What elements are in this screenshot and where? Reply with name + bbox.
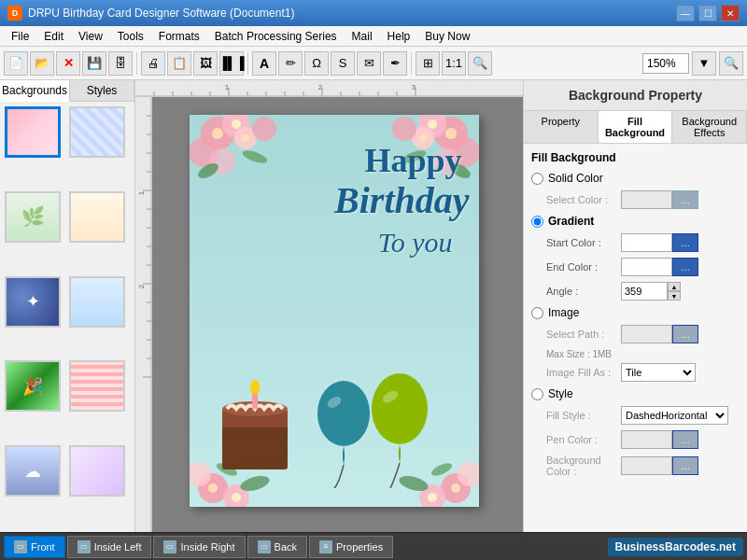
ratio-button[interactable]: 1:1 (442, 51, 466, 76)
svg-point-55 (392, 117, 416, 141)
bg-thumb-4[interactable] (69, 191, 125, 243)
symbol-button[interactable]: Ω (304, 51, 329, 76)
menu-mail[interactable]: Mail (345, 28, 380, 45)
svg-rect-75 (222, 423, 288, 469)
style-radio[interactable] (531, 388, 543, 400)
svg-point-57 (428, 119, 437, 129)
tab-property[interactable]: Property (524, 111, 599, 143)
preview-button[interactable]: 📋 (167, 51, 191, 76)
title-bar: D DRPU Birthday Card Designer Software (… (0, 0, 747, 26)
svg-point-45 (212, 128, 223, 139)
solid-color-radio[interactable] (531, 173, 543, 185)
minimize-button[interactable]: — (676, 5, 695, 21)
saveas-button[interactable]: 🗄 (108, 51, 133, 76)
mail-button[interactable]: ✉ (357, 51, 381, 76)
bg-thumb-1[interactable] (5, 106, 61, 158)
new-button[interactable]: 📄 (4, 51, 28, 76)
angle-down-button[interactable]: ▼ (668, 291, 681, 301)
pen-color-label: Pen Color : (546, 434, 621, 445)
toolbar: 📄 📂 ✕ 💾 🗄 🖨 📋 🖼 ▐▌▐ A ✏ Ω S ✉ ✒ ⊞ 1:1 🔍 … (0, 47, 747, 80)
bg-thumb-3[interactable]: 🌿 (5, 191, 61, 243)
menu-buynow[interactable]: Buy Now (417, 28, 477, 45)
end-color-input[interactable] (621, 258, 672, 276)
card-canvas: Happy Birthday To you (190, 115, 479, 507)
close-button[interactable]: ✕ (721, 5, 740, 21)
arc-text-button[interactable]: ✏ (278, 51, 303, 76)
svg-point-80 (317, 381, 370, 446)
inside-left-icon: ▭ (78, 540, 91, 553)
tab-backgrounds[interactable]: Backgrounds (0, 80, 70, 102)
start-color-browse[interactable]: … (672, 233, 698, 252)
fill-style-select: DashedHorizontal (621, 406, 728, 425)
tab-fill-background[interactable]: Fill Background (599, 111, 673, 143)
canvas-area[interactable]: 1 2 3 1 2 (135, 80, 523, 532)
image-button[interactable]: 🖼 (193, 51, 218, 76)
svg-point-65 (232, 493, 241, 502)
maximize-button[interactable]: ☐ (698, 5, 717, 21)
close-doc-button[interactable]: ✕ (56, 51, 80, 76)
menu-help[interactable]: Help (380, 28, 418, 45)
bottom-bar: ▭ Front ▭ Inside Left ▭ Inside Right ▭ B… (0, 532, 747, 560)
open-button[interactable]: 📂 (30, 51, 54, 76)
menu-formats[interactable]: Formats (151, 28, 207, 45)
signature-button[interactable]: S (331, 51, 355, 76)
barcode-button[interactable]: ▐▌▐ (219, 51, 244, 76)
window-title: DRPU Birthday Card Designer Software (Do… (28, 7, 294, 20)
bg-color-row: Background Color : … (531, 455, 740, 477)
angle-input[interactable] (621, 282, 668, 301)
select-path-row: Select Path : … (531, 325, 740, 343)
bg-thumb-10[interactable] (69, 445, 125, 497)
zoom-dropdown-button[interactable]: ▼ (692, 51, 716, 76)
back-icon: ▭ (258, 540, 271, 553)
solid-color-row: Solid Color (531, 172, 740, 185)
end-color-label: End Color : (546, 261, 621, 273)
draw-button[interactable]: ✒ (383, 51, 407, 76)
bg-thumb-2[interactable] (69, 106, 125, 158)
bg-thumb-6[interactable] (69, 276, 125, 328)
image-radio[interactable] (531, 307, 543, 319)
gradient-row: Gradient (531, 215, 740, 228)
save-button[interactable]: 💾 (82, 51, 106, 76)
start-color-input[interactable] (621, 233, 672, 252)
menu-file[interactable]: File (4, 28, 36, 45)
angle-row: Angle : ▲ ▼ (531, 282, 740, 301)
separator3 (411, 52, 412, 75)
end-color-browse[interactable]: … (672, 258, 698, 276)
tab-background-effects[interactable]: Background Effects (672, 111, 747, 143)
text-button[interactable]: A (252, 51, 276, 76)
bg-thumb-7[interactable]: 🎉 (5, 360, 61, 412)
tab-back[interactable]: ▭ Back (247, 536, 307, 558)
fill-style-row: Fill Style : DashedHorizontal (531, 406, 740, 425)
zoomout-button[interactable]: 🔍 (719, 51, 743, 76)
app-icon: D (7, 6, 22, 21)
bg-thumb-5[interactable]: ✦ (5, 276, 61, 328)
tab-front[interactable]: ▭ Front (4, 536, 65, 558)
menu-edit[interactable]: Edit (36, 28, 71, 45)
zoomin-button[interactable]: 🔍 (468, 51, 492, 76)
menu-tools[interactable]: Tools (110, 28, 151, 45)
svg-text:3: 3 (412, 83, 416, 91)
tab-properties[interactable]: ≡ Properties (309, 536, 393, 558)
menu-view[interactable]: View (71, 28, 110, 45)
front-icon: ▭ (14, 540, 27, 553)
svg-point-47 (242, 134, 249, 142)
window-controls[interactable]: — ☐ ✕ (676, 5, 740, 21)
image-fill-label: Image Fill As : (546, 367, 621, 378)
tab-inside-left[interactable]: ▭ Inside Left (67, 536, 152, 558)
grid-button[interactable]: ⊞ (416, 51, 440, 76)
bg-thumb-9[interactable]: ☁ (5, 445, 61, 497)
gradient-radio[interactable] (531, 216, 543, 228)
print-button[interactable]: 🖨 (141, 51, 165, 76)
angle-up-button[interactable]: ▲ (668, 282, 681, 291)
tab-inside-right[interactable]: ▭ Inside Right (153, 536, 245, 558)
bg-thumb-8[interactable] (69, 360, 125, 412)
property-tabs: Property Fill Background Background Effe… (524, 111, 747, 144)
menu-batch[interactable]: Batch Processing Series (207, 28, 345, 45)
solid-color-label: Solid Color (548, 172, 603, 185)
image-path-browse: … (672, 325, 698, 343)
tab-styles[interactable]: Styles (70, 80, 134, 101)
zoom-input[interactable] (642, 53, 689, 74)
menu-bar: File Edit View Tools Formats Batch Proce… (0, 26, 747, 47)
image-label: Image (548, 306, 579, 319)
zoom-area: ▼ 🔍 (642, 51, 743, 76)
